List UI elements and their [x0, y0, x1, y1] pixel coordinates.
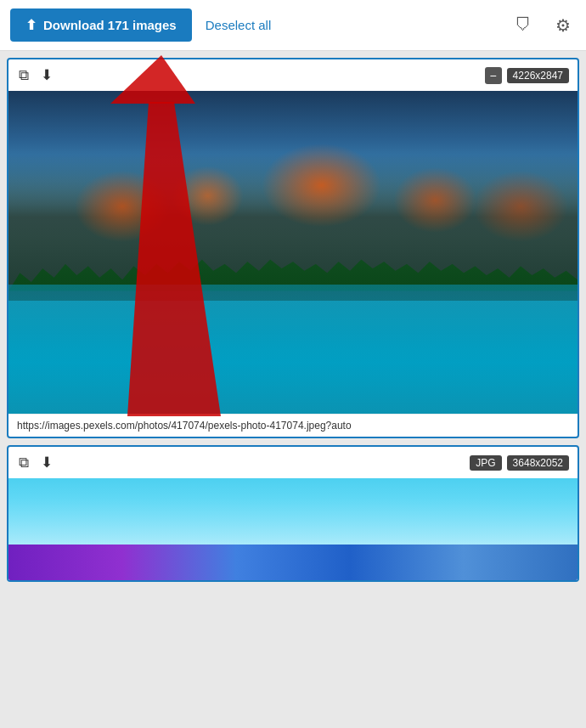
- open-external-icon-2: ⧉: [19, 454, 29, 471]
- format-badge: JPG: [470, 455, 501, 471]
- card-actions: ⧉ ⬇: [17, 65, 54, 86]
- card-download-button[interactable]: ⬇: [39, 65, 54, 86]
- card-actions-2: ⧉ ⬇: [17, 452, 54, 473]
- dimension-badge-2: 3648x2052: [507, 455, 569, 471]
- image-card: ⧉ ⬇ − 4226x2847 https://images.pexels.co…: [7, 58, 579, 438]
- download-icon: ⬆: [25, 17, 37, 33]
- settings-icon: ⚙: [555, 15, 571, 36]
- deselect-all-button[interactable]: Deselect all: [206, 18, 272, 32]
- card-header-2: ⧉ ⬇ JPG 3648x2052: [8, 447, 578, 478]
- card-meta: − 4226x2847: [485, 67, 569, 84]
- filter-button[interactable]: ⛉: [510, 12, 537, 38]
- card-meta-2: JPG 3648x2052: [470, 455, 569, 471]
- image-list: ⧉ ⬇ − 4226x2847 https://images.pexels.co…: [0, 51, 586, 728]
- image-card-2: ⧉ ⬇ JPG 3648x2052: [7, 445, 579, 582]
- deselect-image-button[interactable]: −: [485, 67, 502, 84]
- image-preview: [8, 91, 578, 414]
- minus-icon: −: [490, 69, 497, 82]
- forest-strip: [8, 245, 578, 291]
- card-header: ⧉ ⬇ − 4226x2847: [8, 59, 578, 91]
- open-external-button-2[interactable]: ⧉: [17, 452, 31, 473]
- deselect-label: Deselect all: [206, 18, 272, 32]
- image-preview-2: [8, 478, 578, 580]
- card-download-button-2[interactable]: ⬇: [39, 452, 54, 473]
- filter-icon: ⛉: [515, 15, 532, 35]
- card-download-icon-2: ⬇: [41, 454, 53, 471]
- image-url: https://images.pexels.com/photos/417074/…: [8, 414, 578, 437]
- download-button[interactable]: ⬆ Download 171 images: [10, 8, 192, 42]
- open-external-button[interactable]: ⧉: [17, 65, 31, 86]
- open-external-icon: ⧉: [19, 67, 29, 83]
- toolbar: ⬆ Download 171 images Deselect all ⛉ ⚙: [0, 0, 586, 51]
- download-button-label: Download 171 images: [43, 18, 177, 32]
- dimension-badge: 4226x2847: [507, 68, 569, 83]
- settings-button[interactable]: ⚙: [550, 12, 576, 39]
- card-download-icon: ⬇: [41, 67, 53, 83]
